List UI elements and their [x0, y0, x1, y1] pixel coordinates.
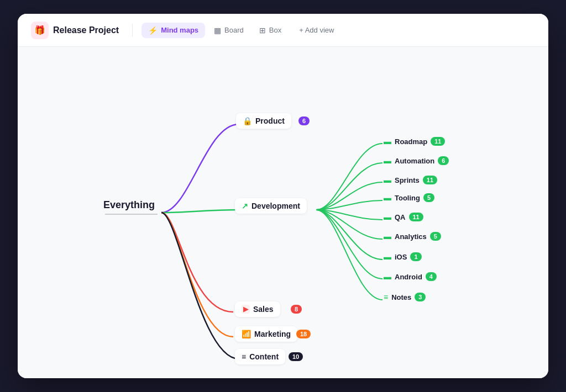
app-container: 🎁 Release Project ⚡ Mind maps ▦ Board ⊞ …	[18, 14, 548, 378]
product-badge: 6	[298, 116, 310, 125]
root-label: Everything	[103, 199, 155, 211]
product-node[interactable]: 🔒 Product	[236, 113, 291, 129]
qa-badge: 11	[409, 213, 423, 221]
content-icon: ≡	[242, 352, 246, 361]
board-label: Board	[224, 26, 244, 34]
sprints-badge: 11	[423, 176, 437, 184]
android-badge: 4	[426, 272, 437, 281]
automation-icon: ▬	[384, 156, 391, 165]
board-icon: ▦	[214, 26, 221, 35]
product-icon: 🔒	[243, 116, 252, 125]
tooling-icon: ▬	[384, 193, 391, 202]
development-node[interactable]: ↗ Development	[235, 198, 307, 214]
notes-node[interactable]: ≡ Notes 3	[384, 293, 426, 301]
header-divider	[132, 24, 133, 37]
content-badge: 10	[289, 352, 303, 361]
tab-box[interactable]: ⊞ Box	[253, 23, 288, 38]
marketing-label: Marketing	[254, 330, 291, 338]
nav-tabs: ⚡ Mind maps ▦ Board ⊞ Box	[142, 23, 288, 38]
automation-label: Automation	[395, 157, 434, 165]
development-icon: ↗	[242, 202, 248, 210]
sales-label: Sales	[253, 305, 274, 314]
mindmaps-icon: ⚡	[148, 26, 158, 35]
mindmaps-label: Mind maps	[161, 26, 198, 34]
tooling-badge: 5	[423, 193, 434, 202]
analytics-icon: ▬	[384, 232, 391, 241]
tab-mindmaps[interactable]: ⚡ Mind maps	[142, 23, 205, 38]
roadmap-label: Roadmap	[395, 137, 427, 146]
sales-icon: ▶	[242, 305, 250, 314]
mindmap-canvas: Everything 🔒 Product 6 ↗ Development ▬ R…	[18, 47, 548, 378]
add-view-label: + Add view	[299, 26, 334, 34]
qa-node[interactable]: ▬ QA 11	[384, 213, 423, 221]
roadmap-node[interactable]: ▬ Roadmap 11	[384, 137, 445, 146]
analytics-badge: 5	[430, 232, 441, 241]
header: 🎁 Release Project ⚡ Mind maps ▦ Board ⊞ …	[18, 14, 548, 47]
analytics-node[interactable]: ▬ Analytics 5	[384, 232, 441, 241]
analytics-label: Analytics	[395, 232, 427, 241]
root-underline	[105, 214, 158, 215]
ios-node[interactable]: ▬ iOS 1	[384, 252, 422, 261]
root-node[interactable]: Everything	[103, 199, 155, 211]
project-icon: 🎁	[31, 22, 49, 39]
ios-badge: 1	[410, 252, 421, 261]
marketing-node[interactable]: 📶 Marketing	[235, 326, 297, 342]
android-node[interactable]: ▬ Android 4	[384, 272, 437, 281]
tooling-label: Tooling	[395, 194, 420, 202]
android-label: Android	[395, 273, 422, 281]
android-icon: ▬	[384, 272, 391, 281]
notes-icon: ≡	[384, 293, 388, 301]
tooling-node[interactable]: ▬ Tooling 5	[384, 193, 434, 202]
tab-board[interactable]: ▦ Board	[207, 23, 250, 38]
qa-label: QA	[395, 213, 406, 221]
development-label: Development	[251, 202, 300, 210]
sprints-node[interactable]: ▬ Sprints 11	[384, 176, 437, 184]
ios-icon: ▬	[384, 252, 391, 261]
product-label: Product	[255, 116, 285, 125]
qa-icon: ▬	[384, 213, 391, 221]
project-title: Release Project	[53, 25, 119, 35]
ios-label: iOS	[395, 253, 407, 261]
sales-node[interactable]: ▶ Sales	[235, 301, 280, 317]
content-node[interactable]: ≡ Content	[235, 349, 285, 364]
add-view-button[interactable]: + Add view	[292, 23, 340, 38]
notes-label: Notes	[391, 293, 411, 301]
automation-badge: 6	[438, 156, 449, 165]
roadmap-badge: 11	[431, 137, 445, 146]
notes-badge: 3	[415, 293, 426, 301]
sales-badge: 8	[291, 305, 302, 314]
content-label: Content	[249, 352, 279, 361]
box-label: Box	[269, 26, 281, 34]
sprints-label: Sprints	[395, 176, 420, 184]
box-icon: ⊞	[259, 26, 266, 35]
marketing-badge: 18	[296, 330, 311, 338]
automation-node[interactable]: ▬ Automation 6	[384, 156, 449, 165]
sprints-icon: ▬	[384, 176, 391, 184]
roadmap-icon: ▬	[384, 137, 391, 146]
marketing-icon: 📶	[242, 330, 251, 338]
